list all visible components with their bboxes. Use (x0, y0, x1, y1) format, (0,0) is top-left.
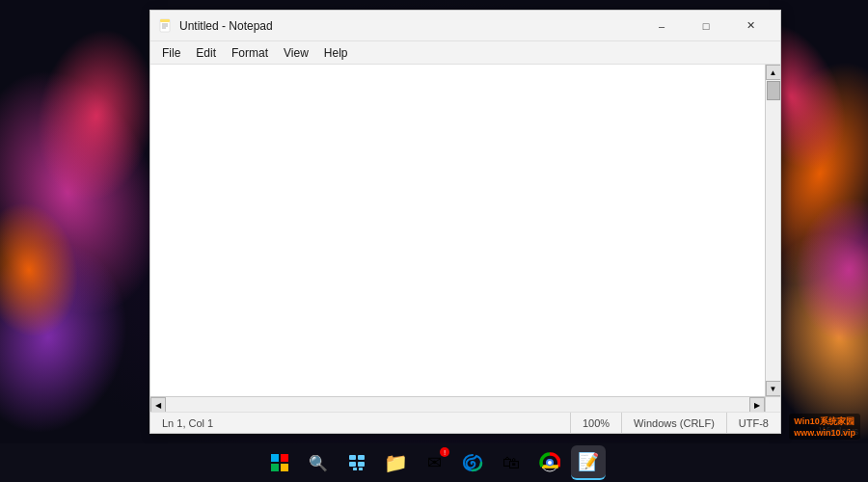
taskbar: 🔍 📁 ✉ ! 🛍 (0, 443, 868, 482)
desktop: Windows Win10系统家园 www.win10.vip Untit (0, 0, 868, 482)
title-bar-left: Untitled - Notepad (158, 18, 273, 34)
menu-file[interactable]: File (154, 44, 188, 62)
status-zoom: 100% (571, 413, 622, 433)
chrome-button[interactable] (532, 445, 567, 480)
text-editor[interactable] (150, 65, 765, 396)
minimize-button[interactable]: – (639, 11, 684, 41)
svg-point-27 (548, 461, 552, 465)
vertical-scrollbar[interactable]: ▲ ▼ (765, 65, 780, 396)
status-line-ending: Windows (CRLF) (622, 413, 727, 433)
svg-rect-21 (358, 462, 365, 467)
svg-rect-19 (358, 455, 365, 460)
svg-rect-23 (359, 468, 363, 470)
start-button[interactable] (262, 445, 297, 480)
task-view-button[interactable] (339, 445, 374, 480)
notepad-taskbar-button[interactable]: 📝 (571, 445, 606, 480)
menu-edit[interactable]: Edit (188, 44, 224, 62)
svg-rect-10 (160, 19, 170, 22)
scroll-down-arrow[interactable]: ▼ (766, 381, 781, 396)
svg-rect-14 (271, 454, 279, 462)
menu-bar: File Edit Format View Help (150, 41, 780, 65)
file-explorer-button[interactable]: 📁 (378, 445, 413, 480)
status-position: Ln 1, Col 1 (150, 413, 571, 433)
menu-view[interactable]: View (276, 44, 316, 62)
scroll-corner (765, 397, 780, 413)
close-button[interactable]: ✕ (728, 11, 773, 41)
menu-help[interactable]: Help (316, 44, 356, 62)
horizontal-scrollbar[interactable] (166, 397, 749, 412)
win10-badge: Win10系统家园 www.win10.vip (789, 414, 860, 440)
maximize-button[interactable]: □ (684, 11, 728, 41)
store-button[interactable]: 🛍 (494, 445, 529, 480)
edge-button[interactable] (455, 445, 490, 480)
svg-rect-18 (349, 455, 356, 460)
scroll-right-arrow[interactable]: ▶ (749, 397, 765, 413)
scroll-track (766, 80, 780, 381)
svg-rect-16 (271, 464, 279, 471)
horizontal-scrollbar-wrapper: ◀ ▶ (150, 396, 780, 412)
svg-rect-15 (281, 454, 288, 462)
menu-format[interactable]: Format (224, 44, 276, 62)
text-area-wrapper: ▲ ▼ (150, 65, 780, 396)
search-button[interactable]: 🔍 (301, 445, 336, 480)
title-bar: Untitled - Notepad – □ ✕ (150, 11, 780, 41)
notepad-window: Untitled - Notepad – □ ✕ File Edit Forma… (149, 10, 781, 434)
mail-button[interactable]: ✉ ! (417, 445, 451, 480)
scroll-thumb[interactable] (767, 81, 780, 100)
svg-rect-20 (349, 462, 356, 467)
scroll-left-arrow[interactable]: ◀ (150, 397, 166, 413)
title-bar-controls: – □ ✕ (639, 11, 773, 41)
notepad-app-icon (158, 18, 174, 34)
status-bar: Ln 1, Col 1 100% Windows (CRLF) UTF-8 (150, 412, 780, 433)
svg-rect-17 (281, 464, 288, 471)
window-title: Untitled - Notepad (179, 19, 273, 33)
svg-rect-22 (353, 468, 357, 470)
scroll-up-arrow[interactable]: ▲ (766, 65, 781, 80)
status-encoding: UTF-8 (727, 413, 780, 433)
